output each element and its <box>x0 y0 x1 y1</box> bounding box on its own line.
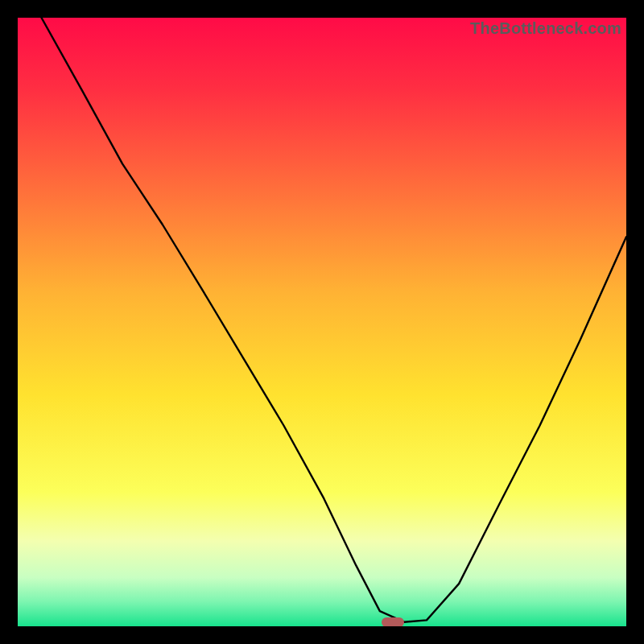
watermark-text: TheBottleneck.com <box>470 19 621 38</box>
plot-area: TheBottleneck.com <box>18 18 626 626</box>
gradient-background <box>18 18 626 626</box>
svg-rect-0 <box>18 18 626 626</box>
chart-frame: TheBottleneck.com <box>0 0 644 644</box>
optimal-marker <box>382 617 404 626</box>
